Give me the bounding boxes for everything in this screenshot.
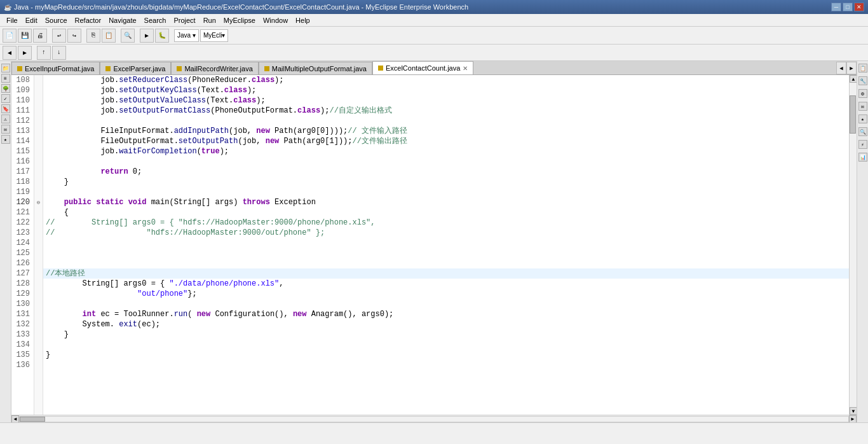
paste-button[interactable]: 📋 — [102, 29, 116, 43]
menu-file[interactable]: File — [3, 15, 22, 25]
menu-myeclipse[interactable]: MyEclipse — [220, 15, 259, 25]
code-editor[interactable]: job.setReducerClass(PhoneReducer.class);… — [43, 75, 849, 415]
right-icon-3[interactable]: ⚙ — [858, 89, 867, 98]
window-title: Java - myMapReduce/src/main/java/zhouls/… — [14, 3, 468, 11]
star-icon[interactable]: ★ — [1, 135, 10, 144]
code-line-119 — [43, 187, 849, 197]
debug-button[interactable]: 🐛 — [155, 29, 169, 43]
search-button[interactable]: 🔍 — [121, 29, 135, 43]
save-button[interactable]: 💾 — [18, 29, 32, 43]
menu-project[interactable]: Project — [170, 15, 199, 25]
tab-scroll-right[interactable]: ▶ — [846, 62, 857, 74]
right-icon-8[interactable]: 📊 — [858, 153, 867, 162]
right-icon-6[interactable]: 🔍 — [858, 127, 867, 136]
prev-edit-button[interactable]: ↑ — [37, 46, 51, 60]
scroll-up-arrow[interactable]: ▲ — [850, 75, 857, 83]
line-num-113: 113 — [11, 126, 31, 136]
line-num-114: 114 — [11, 136, 31, 146]
right-icon-2[interactable]: 🔧 — [858, 76, 867, 85]
app-icon: ☕ — [4, 4, 11, 11]
menu-search[interactable]: Search — [140, 15, 170, 25]
forward-button[interactable]: ▶ — [18, 46, 32, 60]
problems-icon[interactable]: ⚠ — [1, 114, 10, 123]
fold-118 — [34, 177, 43, 187]
editor-tabs: ExcelInputFormat.java ExcelParser.java M… — [11, 61, 857, 75]
menu-bar: File Edit Source Refactor Navigate Searc… — [0, 14, 868, 27]
status-bar — [0, 422, 868, 436]
fold-120[interactable]: ⊖ — [34, 197, 43, 207]
fold-131 — [34, 309, 43, 319]
tab-mail-multiple-output[interactable]: MailMultipleOutputFormat.java — [259, 62, 372, 74]
right-icon-4[interactable]: ✉ — [858, 102, 867, 111]
tab-scroll-left[interactable]: ◀ — [836, 62, 846, 74]
left-panel-strip: 📁 ≡ 🌳 ✓ 🔖 ⚠ ✉ ★ — [0, 61, 11, 422]
tasks-icon[interactable]: ✓ — [1, 94, 10, 103]
vertical-scrollbar[interactable]: ▲ ▼ — [849, 75, 857, 415]
scroll-thumb[interactable] — [850, 95, 856, 134]
java-file-icon-4 — [264, 66, 269, 71]
menu-window[interactable]: Window — [259, 15, 292, 25]
line-num-108: 108 — [11, 75, 31, 85]
java-perspective[interactable]: Java ▾ — [174, 29, 199, 42]
line-num-135: 135 — [11, 350, 31, 360]
undo-button[interactable]: ↩ — [52, 29, 66, 43]
fold-128 — [34, 279, 43, 289]
bookmark-icon[interactable]: 🔖 — [1, 104, 10, 113]
outline-icon[interactable]: ≡ — [1, 74, 10, 83]
run-button[interactable]: ▶ — [140, 29, 154, 43]
next-edit-button[interactable]: ↓ — [52, 46, 66, 60]
tab-close-icon[interactable]: ✕ — [463, 65, 468, 72]
menu-edit[interactable]: Edit — [22, 15, 41, 25]
tab-excel-parser[interactable]: ExcelParser.java — [100, 62, 171, 74]
line-num-111: 111 — [11, 106, 31, 116]
fold-114 — [34, 136, 43, 146]
horizontal-scrollbar[interactable]: ◀ ▶ — [11, 415, 857, 422]
tab-label: ExcelParser.java — [113, 65, 165, 73]
menu-source[interactable]: Source — [41, 15, 71, 25]
fold-115 — [34, 146, 43, 156]
hscroll-track[interactable] — [19, 416, 849, 422]
tab-excel-input-format[interactable]: ExcelInputFormat.java — [11, 62, 100, 74]
menu-refactor[interactable]: Refactor — [71, 15, 105, 25]
code-line-112 — [43, 116, 849, 126]
scroll-down-arrow[interactable]: ▼ — [850, 407, 857, 415]
right-icon-7[interactable]: ⚡ — [858, 140, 867, 149]
maximize-button[interactable]: □ — [843, 3, 853, 11]
line-num-126: 126 — [11, 258, 31, 268]
copy-button[interactable]: ⎘ — [86, 29, 100, 43]
code-line-124 — [43, 238, 849, 248]
hierarchy-icon[interactable]: 🌳 — [1, 84, 10, 93]
scroll-left-arrow[interactable]: ◀ — [11, 415, 19, 423]
redo-button[interactable]: ↪ — [67, 29, 81, 43]
hscroll-thumb[interactable] — [20, 417, 45, 422]
tab-label: MailRecordWriter.java — [184, 65, 252, 73]
close-button[interactable]: ✕ — [854, 3, 864, 11]
line-num-134: 134 — [11, 340, 31, 350]
right-icon-5[interactable]: ★ — [858, 114, 867, 123]
mail-icon[interactable]: ✉ — [1, 125, 10, 134]
fold-119 — [34, 187, 43, 197]
fold-124 — [34, 238, 43, 248]
package-explorer-icon[interactable]: 📁 — [1, 64, 10, 73]
code-line-127: //本地路径 — [43, 268, 849, 279]
fold-129 — [34, 289, 43, 299]
code-line-120: public static void main(String[] args) t… — [43, 197, 849, 207]
fold-108 — [34, 75, 43, 85]
minimize-button[interactable]: ─ — [831, 3, 841, 11]
print-button[interactable]: 🖨 — [33, 29, 47, 43]
myeclipse-btn[interactable]: MyEcli▾ — [200, 29, 228, 42]
tab-excel-contact-count[interactable]: ExcelContactCount.java ✕ — [372, 61, 473, 74]
fold-121 — [34, 207, 43, 218]
tab-mail-record-writer[interactable]: MailRecordWriter.java — [171, 62, 258, 74]
menu-help[interactable]: Help — [292, 15, 314, 25]
right-icon-1[interactable]: 📋 — [858, 64, 867, 73]
new-button[interactable]: 📄 — [3, 29, 17, 43]
menu-run[interactable]: Run — [200, 15, 220, 25]
menu-navigate[interactable]: Navigate — [105, 15, 140, 25]
code-line-129: "out/phone"}; — [43, 289, 849, 299]
scroll-right-arrow[interactable]: ▶ — [849, 415, 857, 423]
fold-132 — [34, 319, 43, 330]
back-button[interactable]: ◀ — [3, 46, 17, 60]
scroll-track[interactable] — [850, 83, 857, 407]
code-line-136 — [43, 360, 849, 370]
